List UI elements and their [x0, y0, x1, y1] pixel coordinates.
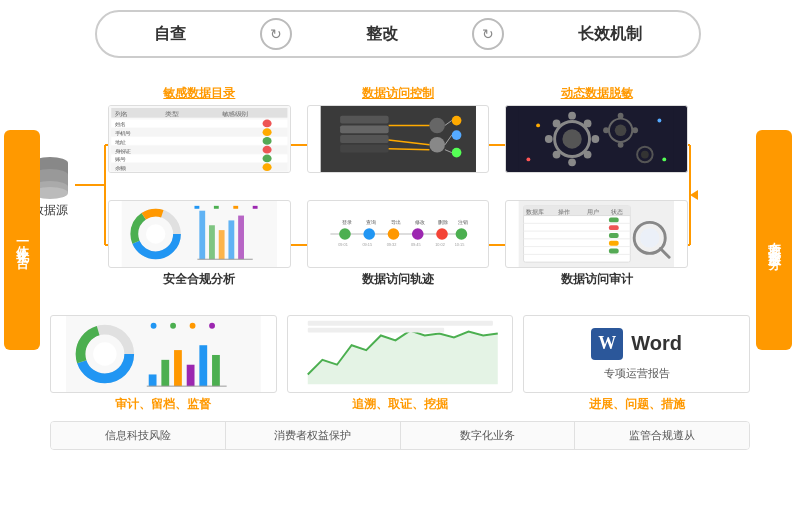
svg-text:地址: 地址 [114, 139, 126, 145]
svg-text:09:45: 09:45 [411, 242, 421, 247]
category-item-1: 信息科技风险 [51, 422, 226, 449]
desensitize-viz [506, 106, 687, 172]
svg-point-75 [633, 127, 639, 133]
svg-rect-28 [111, 146, 287, 154]
svg-rect-94 [194, 206, 199, 209]
category-item-2: 消费者权益保护 [226, 422, 401, 449]
svg-text:09:15: 09:15 [362, 242, 372, 247]
svg-rect-144 [149, 374, 157, 386]
phase-label-zizha: 自查 [154, 24, 186, 45]
bottom-label-3: 进展、问题、措施 [589, 396, 685, 413]
category-bar: 信息科技风险 消费者权益保护 数字化业务 监管合规遵从 [50, 421, 750, 450]
svg-point-35 [263, 155, 272, 163]
svg-point-49 [429, 137, 445, 153]
svg-text:09:32: 09:32 [386, 242, 396, 247]
svg-point-77 [641, 151, 649, 159]
phase-item-zizha: 自查 [154, 24, 186, 45]
svg-text:列名: 列名 [115, 110, 128, 116]
svg-point-64 [545, 135, 553, 143]
word-icon: W [591, 328, 623, 360]
svg-point-105 [455, 228, 467, 240]
phase-icon-2: ↻ [472, 18, 504, 50]
bottom-card-trace: 追溯、取证、挖掘 [287, 315, 514, 413]
svg-point-34 [263, 146, 272, 154]
svg-point-103 [412, 228, 424, 240]
card-access-audit: 数据库 操作 用户 状态 [505, 200, 688, 288]
bottom-label-1: 审计、留档、监督 [115, 396, 211, 413]
svg-point-153 [190, 323, 196, 329]
card-title-3: 动态数据脱敏 [561, 85, 633, 102]
svg-text:账号: 账号 [115, 157, 126, 163]
analysis-viz [109, 201, 290, 267]
svg-rect-97 [253, 206, 258, 209]
svg-text:10:15: 10:15 [454, 242, 464, 247]
bottom-viz-1 [51, 316, 276, 392]
card-dynamic-desensitize: 动态数据脱敏 [505, 85, 688, 173]
svg-point-80 [663, 157, 667, 161]
svg-text:状态: 状态 [610, 209, 623, 215]
svg-point-72 [618, 113, 624, 119]
svg-text:注销: 注销 [457, 219, 467, 225]
svg-text:手机号: 手机号 [115, 131, 131, 137]
card-mid-title-3: 数据访问审计 [561, 271, 633, 288]
card-title-1: 敏感数据目录 [163, 85, 235, 102]
svg-point-100 [339, 228, 351, 240]
svg-point-104 [436, 228, 448, 240]
svg-point-66 [553, 120, 561, 128]
page-root: 自查 ↻ 整改 ↻ 长效机制 一体化平台 专项运营服务 [0, 0, 796, 509]
card-mid-title-2: 数据访问轨迹 [362, 271, 434, 288]
svg-point-69 [584, 151, 592, 159]
svg-point-151 [151, 323, 157, 329]
svg-point-61 [563, 129, 582, 148]
svg-text:登录: 登录 [342, 219, 352, 225]
svg-rect-134 [609, 241, 619, 246]
svg-point-81 [527, 157, 531, 161]
phase-item-zheng: 整改 [366, 24, 398, 45]
svg-rect-45 [340, 125, 389, 133]
svg-rect-148 [199, 345, 207, 386]
svg-text:类型: 类型 [165, 110, 178, 116]
card-sensitive-catalog: 敏感数据目录 列名 类型 敏感级别 [108, 85, 291, 173]
middle-row: 安全合规分析 登录 查询 导出 [108, 200, 688, 288]
bottom-label-2: 追溯、取证、挖掘 [352, 396, 448, 413]
svg-rect-96 [233, 206, 238, 209]
word-icon-row: W Word [591, 328, 682, 360]
svg-text:数据库: 数据库 [527, 208, 545, 215]
svg-line-52 [388, 149, 429, 150]
svg-text:身份证: 身份证 [115, 148, 131, 154]
svg-rect-91 [228, 220, 234, 259]
svg-point-87 [146, 224, 165, 243]
svg-text:删除: 删除 [438, 219, 448, 225]
svg-text:敏感级别: 敏感级别 [222, 110, 248, 116]
audit-viz: 数据库 操作 用户 状态 [506, 201, 687, 267]
bottom-card-word: W Word 专项运营报告 进展、问题、措施 [523, 315, 750, 413]
svg-rect-26 [111, 128, 287, 136]
svg-point-143 [93, 342, 116, 365]
bottom-viz-2 [288, 316, 513, 392]
bottom-card-audit: 审计、留档、监督 [50, 315, 277, 413]
svg-rect-88 [199, 211, 205, 260]
svg-text:操作: 操作 [558, 209, 570, 215]
svg-point-68 [553, 151, 561, 159]
svg-rect-157 [307, 321, 492, 326]
svg-rect-46 [340, 135, 389, 143]
svg-rect-149 [212, 355, 220, 386]
svg-point-74 [603, 127, 609, 133]
svg-text:09:01: 09:01 [338, 242, 348, 247]
svg-rect-131 [609, 218, 619, 223]
svg-rect-92 [238, 216, 244, 260]
svg-point-36 [263, 163, 272, 171]
phase-bar: 自查 ↻ 整改 ↻ 长效机制 [95, 10, 701, 58]
category-item-3: 数字化业务 [401, 422, 576, 449]
top-row: 敏感数据目录 列名 类型 敏感级别 [108, 85, 688, 173]
phase-label-changxiao: 长效机制 [578, 24, 642, 45]
svg-rect-30 [111, 163, 287, 171]
svg-rect-147 [187, 365, 195, 386]
svg-point-67 [584, 120, 592, 128]
svg-rect-145 [161, 360, 169, 386]
catalog-viz: 列名 类型 敏感级别 [109, 106, 290, 172]
svg-rect-89 [209, 225, 215, 259]
svg-rect-133 [609, 233, 619, 238]
trail-viz: 登录 查询 导出 修改 删除 注销 09:01 09:15 09:32 09:4… [308, 201, 489, 267]
word-label: Word [631, 332, 682, 355]
